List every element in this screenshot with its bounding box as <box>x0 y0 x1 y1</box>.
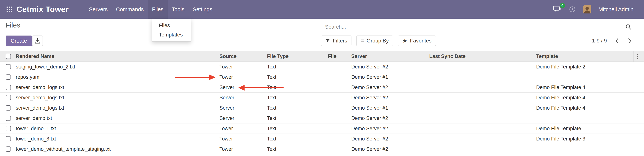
pager: 1-9 / 9 <box>592 36 632 46</box>
cell-server: Demo Server #2 <box>351 64 429 70</box>
table-row[interactable]: server_demo_logs.txt Server Text Demo Se… <box>0 93 644 103</box>
cell-server: Demo Server #2 <box>351 126 429 132</box>
table-row[interactable]: tower_demo_3.txt Tower Text Demo Server … <box>0 134 644 144</box>
table-row[interactable]: server_demo_logs.txt Server Text Demo Se… <box>0 82 644 93</box>
row-checkbox[interactable] <box>6 136 11 141</box>
table-row[interactable]: tower_demo_without_template_staging.txt … <box>0 144 644 154</box>
row-checkbox[interactable] <box>6 147 11 152</box>
row-checkbox[interactable] <box>6 126 11 131</box>
row-checkbox-cell <box>0 64 16 69</box>
create-button[interactable]: Create <box>6 36 32 46</box>
pager-previous-button[interactable] <box>614 37 620 45</box>
filters-button[interactable]: Filters <box>321 36 352 46</box>
chevron-left-icon <box>615 38 619 44</box>
pager-next-button[interactable] <box>627 37 632 45</box>
select-all-checkbox[interactable] <box>6 54 11 59</box>
cell-options <box>634 82 644 92</box>
table-row[interactable]: tower_demo_1.txt Tower Text Demo Server … <box>0 123 644 134</box>
row-checkbox-cell <box>0 126 16 131</box>
row-checkbox-cell <box>0 105 16 111</box>
main-menu: Servers Commands Files Tools Settings <box>85 0 216 19</box>
cell-template: Demo File Template 4 <box>536 105 634 111</box>
cell-file-type: Text <box>267 95 328 101</box>
cell-rendered-name: server_demo.txt <box>16 115 220 121</box>
cell-options <box>634 134 644 144</box>
column-header-template[interactable]: Template <box>536 54 634 59</box>
menu-item-servers[interactable]: Servers <box>85 0 112 19</box>
menu-item-settings[interactable]: Settings <box>188 0 216 19</box>
table-row[interactable]: repos.yaml Tower Text Demo Server #1 <box>0 72 644 82</box>
row-checkbox-cell <box>0 85 16 90</box>
cell-template: Demo File Template 1 <box>536 126 634 132</box>
dropdown-item-templates[interactable]: Templates <box>152 30 191 39</box>
row-checkbox-cell <box>0 75 16 80</box>
page-title: Files <box>6 21 20 29</box>
table-row[interactable]: server_demo.txt Server Text Demo Server … <box>0 113 644 123</box>
activity-clock-icon <box>569 6 576 13</box>
cell-rendered-name: staging_tower_demo_2.txt <box>16 64 220 70</box>
cell-template: Demo File Template 3 <box>536 136 634 142</box>
menu-item-files[interactable]: Files <box>148 0 168 19</box>
menu-item-commands[interactable]: Commands <box>112 0 148 19</box>
apps-grid-glyph <box>6 6 12 12</box>
column-options-toggle[interactable]: ⋮ <box>634 51 644 62</box>
top-navbar: Cetmix Tower Servers Commands Files Tool… <box>0 0 644 19</box>
favorites-label: Favorites <box>410 38 432 44</box>
row-checkbox[interactable] <box>6 75 11 80</box>
cell-rendered-name: server_demo_logs.txt <box>16 95 220 101</box>
menu-item-tools[interactable]: Tools <box>168 0 189 19</box>
row-checkbox-cell <box>0 116 16 121</box>
cell-file-type: Text <box>267 74 328 80</box>
column-header-server[interactable]: Server <box>351 54 429 59</box>
table-header: Rendered Name Source File Type File Serv… <box>0 51 644 62</box>
chevron-right-icon <box>628 38 632 44</box>
brand-title[interactable]: Cetmix Tower <box>16 5 69 14</box>
cell-rendered-name: repos.yaml <box>16 74 220 80</box>
star-icon: ★ <box>402 38 407 44</box>
cell-server: Demo Server #1 <box>351 74 429 80</box>
files-list-table: Rendered Name Source File Type File Serv… <box>0 51 644 154</box>
column-header-source[interactable]: Source <box>220 54 267 59</box>
cell-source: Tower <box>220 136 267 142</box>
dropdown-item-files[interactable]: Files <box>152 21 191 30</box>
table-row[interactable]: staging_tower_demo_2.txt Tower Text Demo… <box>0 62 644 72</box>
row-checkbox[interactable] <box>6 116 11 121</box>
column-header-rendered-name[interactable]: Rendered Name <box>16 54 220 59</box>
group-by-button[interactable]: ≡ Group By <box>356 36 393 46</box>
user-menu[interactable]: Mitchell Admin <box>598 6 634 12</box>
row-checkbox[interactable] <box>6 105 11 111</box>
cell-server: Demo Server #1 <box>351 105 429 111</box>
cell-source: Server <box>220 84 267 90</box>
cell-options <box>634 72 644 82</box>
user-avatar[interactable] <box>583 5 591 13</box>
row-checkbox[interactable] <box>6 64 11 69</box>
search-input[interactable] <box>321 22 626 32</box>
favorites-button[interactable]: ★ Favorites <box>398 36 436 46</box>
cell-source: Server <box>220 115 267 121</box>
cell-file-type: Text <box>267 64 328 70</box>
activities-button[interactable] <box>569 6 576 13</box>
navbar-right-cluster: 4 Mitchell Admin <box>553 5 634 13</box>
column-header-last-sync-date[interactable]: Last Sync Date <box>429 54 536 59</box>
avatar-image <box>583 5 591 13</box>
cell-options <box>634 103 644 113</box>
cell-file-type: Text <box>267 84 328 90</box>
column-header-file[interactable]: File <box>328 54 351 59</box>
row-checkbox[interactable] <box>6 85 11 90</box>
search-icon[interactable] <box>626 24 632 30</box>
import-button[interactable] <box>32 36 43 46</box>
cell-server: Demo Server #2 <box>351 84 429 90</box>
apps-grid-icon[interactable] <box>5 5 14 14</box>
column-header-file-type[interactable]: File Type <box>267 54 328 59</box>
cell-server: Demo Server #2 <box>351 115 429 121</box>
cell-rendered-name: server_demo_logs.txt <box>16 84 220 90</box>
table-row[interactable]: server_demo_logs.txt Server Text Demo Se… <box>0 103 644 113</box>
messages-button[interactable]: 4 <box>553 5 562 13</box>
cell-source: Server <box>220 95 267 101</box>
row-checkbox[interactable] <box>6 95 11 100</box>
cell-options <box>634 113 644 123</box>
cell-rendered-name: tower_demo_3.txt <box>16 136 220 142</box>
app-window: Cetmix Tower Servers Commands Files Tool… <box>0 0 644 156</box>
download-tray-icon <box>34 38 40 44</box>
cell-rendered-name: tower_demo_1.txt <box>16 126 220 132</box>
